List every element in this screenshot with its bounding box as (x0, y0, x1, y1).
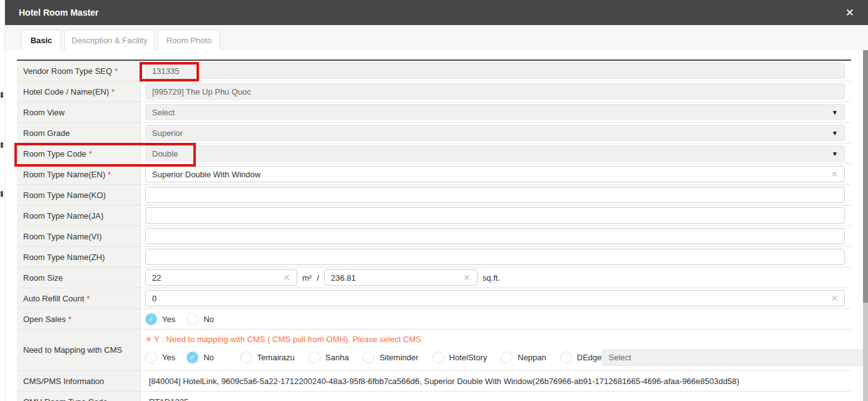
clear-icon[interactable]: ✕ (830, 294, 838, 303)
radio-unchecked-icon[interactable] (145, 352, 157, 363)
screen: Hotel Room Master ✕ Basic Description & … (0, 0, 868, 401)
hotel-room-master-modal: Hotel Room Master ✕ Basic Description & … (5, 0, 868, 401)
radio-unchecked-icon[interactable] (362, 352, 374, 363)
field-label: OMH Room Type Code (17, 392, 141, 401)
field-label: Room Size (17, 268, 141, 288)
required-asterisk: * (89, 149, 92, 159)
cms-yes-radio[interactable]: Yes (145, 352, 175, 363)
field-label: Room View (17, 102, 141, 122)
field-label: Room Type Name(JA) (17, 206, 141, 226)
room-size-sqft-input[interactable]: 236.81 ✕ (324, 269, 477, 286)
cms-no-radio[interactable]: ✓ No (186, 352, 214, 363)
room-size-sqm-input[interactable]: 22 ✕ (145, 269, 297, 286)
field-label: Room Type Name(EN) * (17, 164, 141, 184)
row-auto-refill-count: Auto Refill Count * 0 ✕ (17, 288, 851, 309)
radio-unchecked-icon[interactable] (309, 352, 320, 363)
required-asterisk: * (87, 294, 90, 303)
row-omh-room-type-code: OMH Room Type Code RTAD1335 (17, 392, 851, 401)
field-label: Room Type Name(VI) (17, 226, 141, 246)
row-cms-pms-information: CMS/PMS Information [840004] HotelLink, … (17, 371, 851, 392)
cms-mapping-note: ✳ Y : Need to mapping with CMS ( CMS pul… (145, 335, 868, 344)
close-icon[interactable]: ✕ (845, 8, 854, 18)
cms-hotelstory-radio[interactable]: HotelStory (432, 352, 488, 363)
room-type-name-vi-input[interactable] (145, 228, 845, 244)
field-label: Room Type Name(ZH) (17, 247, 141, 267)
room-grade-dropdown[interactable]: Superior ▼ (145, 125, 845, 141)
open-sales-yes-radio[interactable]: ✓ Yes (145, 313, 175, 325)
row-open-sales: Open Sales * ✓ Yes No (17, 309, 851, 330)
unit-sqft: sq.ft. (483, 273, 500, 283)
modal-body: Vendor Room Type SEQ * 131335 Hotel Code… (5, 50, 868, 401)
vendor-room-type-seq-input[interactable]: 131335 (145, 63, 845, 79)
required-asterisk: * (68, 315, 71, 324)
radio-unchecked-icon[interactable] (560, 352, 572, 363)
row-room-type-name-zh: Room Type Name(ZH) (17, 247, 851, 268)
tab-basic[interactable]: Basic (21, 29, 61, 51)
row-room-view: Room View Select ▼ (17, 102, 851, 123)
unit-divider: / (317, 273, 319, 283)
row-room-type-name-ko: Room Type Name(KO) (17, 185, 851, 206)
clear-icon[interactable]: ✕ (283, 273, 290, 282)
row-hotel-code-name: Hotel Code / Name(EN) * [995729] The Up … (17, 81, 851, 102)
background-text-fragment (1, 142, 3, 148)
radio-unchecked-icon[interactable] (432, 352, 444, 363)
field-label: Room Type Name(KO) (17, 185, 141, 205)
clear-icon[interactable]: ✕ (463, 273, 471, 282)
room-type-name-ja-input[interactable] (145, 207, 845, 224)
cms-select-dropdown[interactable]: Select ▼ (602, 350, 868, 366)
cms-dedge-radio[interactable]: DEdge (560, 352, 602, 363)
field-label: Auto Refill Count * (17, 288, 141, 308)
background-text-fragment (1, 191, 3, 197)
background-page-sliver (0, 0, 5, 401)
radio-unchecked-icon[interactable] (501, 352, 513, 363)
field-label: Open Sales * (17, 309, 141, 329)
field-label: Vendor Room Type SEQ * (17, 61, 141, 81)
cms-radio-group: Yes ✓ No Temairazu (145, 350, 868, 366)
row-vendor-room-type-seq: Vendor Room Type SEQ * 131335 (17, 61, 851, 81)
cms-pms-information-value: [840004] HotelLink, 9609c5a6-5a22-171220… (145, 377, 739, 386)
room-type-name-zh-input[interactable] (145, 249, 845, 265)
required-asterisk: * (111, 87, 115, 96)
tab-description-facility[interactable]: Description & Facility (64, 29, 155, 51)
required-asterisk: * (115, 66, 118, 76)
row-room-type-code: Room Type Code * Double ▼ (17, 143, 851, 164)
cms-neppan-radio[interactable]: Neppan (501, 352, 546, 363)
field-label: Room Type Code * (17, 143, 141, 164)
open-sales-no-radio[interactable]: No (186, 313, 214, 325)
row-room-type-name-en: Room Type Name(EN) * Superior Double Wit… (17, 164, 851, 185)
unit-sqm: m² (302, 273, 312, 283)
field-label: CMS/PMS Information (17, 371, 141, 391)
room-type-code-dropdown[interactable]: Double ▼ (145, 145, 845, 162)
field-label: Need to Mapping with CMS (17, 330, 141, 370)
field-label: Hotel Code / Name(EN) * (17, 81, 141, 102)
chevron-down-icon: ▼ (832, 130, 838, 137)
required-asterisk: * (108, 170, 111, 179)
room-view-dropdown[interactable]: Select ▼ (145, 104, 845, 120)
row-room-type-name-ja: Room Type Name(JA) (17, 206, 851, 226)
hotel-code-name-input[interactable]: [995729] The Up Phu Quoc (145, 83, 845, 100)
room-type-name-en-input[interactable]: Superior Double With Window ✕ (145, 166, 845, 182)
chevron-down-icon: ▼ (832, 150, 838, 157)
field-label: Room Grade (17, 123, 141, 143)
radio-checked-icon[interactable]: ✓ (145, 313, 157, 325)
basic-form-table: Vendor Room Type SEQ * 131335 Hotel Code… (17, 60, 851, 401)
cms-siteminder-radio[interactable]: Siteminder (362, 352, 418, 363)
tab-room-photo[interactable]: Room Photo (158, 29, 220, 51)
modal-header: Hotel Room Master ✕ (5, 0, 868, 25)
background-text-fragment (1, 92, 3, 98)
radio-checked-icon[interactable]: ✓ (186, 352, 198, 363)
modal-title: Hotel Room Master (19, 8, 99, 18)
radio-unchecked-icon[interactable] (186, 313, 198, 325)
omh-room-type-code-value: RTAD1335 (145, 397, 188, 401)
row-room-type-name-vi: Room Type Name(VI) (17, 226, 851, 247)
cms-sanha-radio[interactable]: Sanha (309, 352, 349, 363)
tab-bar: Basic Description & Facility Room Photo (5, 25, 868, 50)
chevron-down-icon: ▼ (832, 109, 838, 116)
auto-refill-count-input[interactable]: 0 ✕ (145, 290, 845, 306)
row-need-mapping-cms: Need to Mapping with CMS ✳ Y : Need to m… (17, 330, 851, 371)
scrollbar-thumb[interactable] (863, 50, 868, 303)
clear-icon[interactable]: ✕ (830, 170, 838, 179)
radio-unchecked-icon[interactable] (240, 352, 252, 363)
cms-temairazu-radio[interactable]: Temairazu (240, 352, 295, 363)
room-type-name-ko-input[interactable] (145, 187, 845, 203)
